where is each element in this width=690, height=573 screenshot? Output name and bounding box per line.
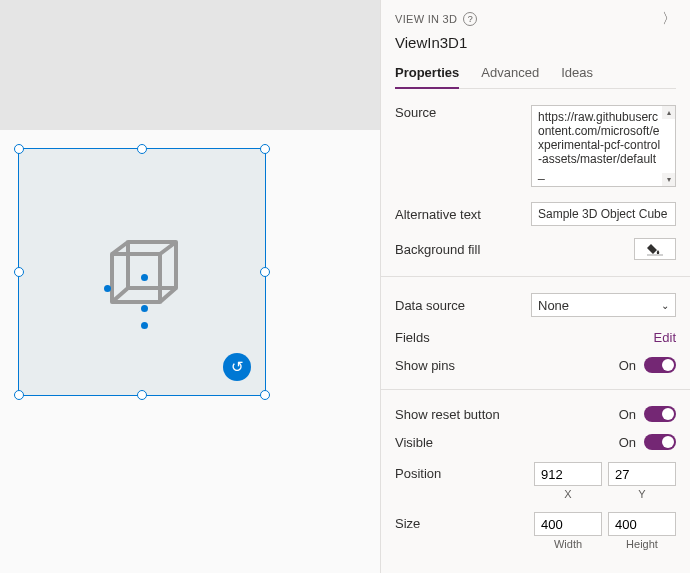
scroll-up-icon[interactable]: ▴ (662, 106, 675, 119)
fields-label: Fields (395, 330, 430, 345)
datasource-dropdown[interactable]: None ⌄ (531, 293, 676, 317)
size-height-input[interactable] (608, 512, 676, 536)
resize-handle-bl[interactable] (14, 390, 24, 400)
resize-handle-br[interactable] (260, 390, 270, 400)
control-type-label: VIEW IN 3D (395, 13, 457, 25)
reset-view-button[interactable]: ↺ (223, 353, 251, 381)
visible-toggle[interactable] (644, 434, 676, 450)
showpins-toggle[interactable] (644, 357, 676, 373)
pin[interactable] (141, 305, 148, 312)
viewin3d-control[interactable]: ↺ (18, 148, 266, 396)
position-y-input[interactable] (608, 462, 676, 486)
size-height-sublabel: Height (626, 538, 658, 550)
visible-label: Visible (395, 435, 433, 450)
bgfill-color-picker[interactable] (634, 238, 676, 260)
size-width-sublabel: Width (554, 538, 582, 550)
alttext-input[interactable] (531, 202, 676, 226)
properties-panel: VIEW IN 3D ? 〉 ViewIn3D1 Properties Adva… (380, 0, 690, 573)
resize-handle-bm[interactable] (137, 390, 147, 400)
size-label: Size (395, 512, 420, 531)
scroll-down-icon[interactable]: ▾ (662, 173, 675, 186)
resize-handle-ml[interactable] (14, 267, 24, 277)
resize-handle-tr[interactable] (260, 144, 270, 154)
position-label: Position (395, 462, 441, 481)
position-y-sublabel: Y (638, 488, 645, 500)
visible-state: On (619, 435, 636, 450)
pin[interactable] (141, 322, 148, 329)
tab-ideas[interactable]: Ideas (561, 59, 593, 88)
source-label: Source (395, 105, 436, 120)
resize-handle-mr[interactable] (260, 267, 270, 277)
showpins-label: Show pins (395, 358, 455, 373)
tabs: Properties Advanced Ideas (395, 59, 676, 89)
chevron-down-icon: ⌄ (661, 300, 669, 311)
source-input[interactable]: https://raw.githubusercontent.com/micros… (531, 105, 676, 187)
control-name[interactable]: ViewIn3D1 (395, 34, 676, 51)
bgfill-label: Background fill (395, 242, 480, 257)
reset-icon: ↺ (231, 358, 244, 376)
tab-properties[interactable]: Properties (395, 59, 459, 88)
showreset-state: On (619, 407, 636, 422)
tab-advanced[interactable]: Advanced (481, 59, 539, 88)
paint-bucket-icon (647, 242, 663, 256)
pin[interactable] (141, 274, 148, 281)
canvas-area[interactable]: ↺ (0, 0, 380, 573)
fields-edit-link[interactable]: Edit (654, 330, 676, 345)
help-icon[interactable]: ? (463, 12, 477, 26)
size-width-input[interactable] (534, 512, 602, 536)
alttext-label: Alternative text (395, 207, 481, 222)
position-x-sublabel: X (564, 488, 571, 500)
resize-handle-tm[interactable] (137, 144, 147, 154)
pin[interactable] (104, 285, 111, 292)
chevron-right-icon[interactable]: 〉 (662, 10, 676, 28)
showreset-toggle[interactable] (644, 406, 676, 422)
showpins-state: On (619, 358, 636, 373)
datasource-value: None (538, 298, 569, 313)
showreset-label: Show reset button (395, 407, 500, 422)
datasource-label: Data source (395, 298, 465, 313)
resize-handle-tl[interactable] (14, 144, 24, 154)
svg-rect-0 (647, 254, 663, 256)
position-x-input[interactable] (534, 462, 602, 486)
